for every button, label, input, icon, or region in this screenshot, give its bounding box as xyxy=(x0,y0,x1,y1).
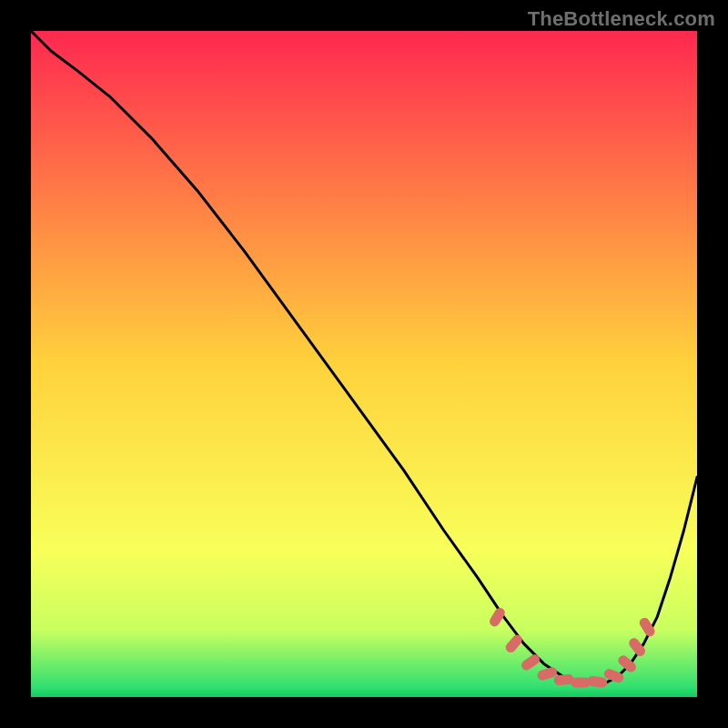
watermark-text: TheBottleneck.com xyxy=(528,7,715,31)
chart-frame: TheBottleneck.com xyxy=(0,0,728,728)
gradient-background xyxy=(31,31,697,697)
chart-plot xyxy=(31,31,697,697)
